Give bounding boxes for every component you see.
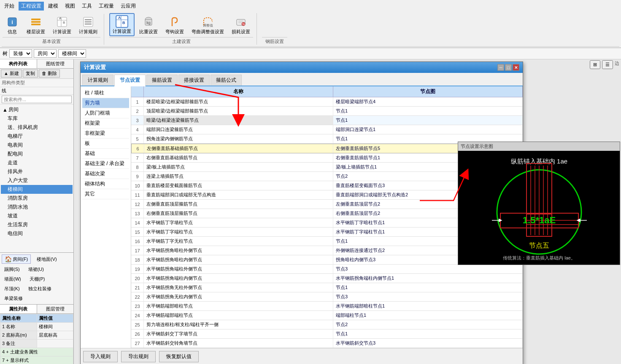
tree-item-corridor[interactable]: 走道 <box>1 158 73 167</box>
tree-item-meter-room[interactable]: 电表间 <box>1 141 73 150</box>
standalone-decoration-button[interactable]: 独立柱装修 <box>26 285 54 293</box>
menu-project-settings[interactable]: 工程设置 <box>19 2 44 11</box>
table-row-19[interactable]: 19 水平钢筋拐角端柱外侧节点 节点3 <box>131 265 523 274</box>
maximize-button[interactable]: □ <box>505 64 512 71</box>
delete-component-button[interactable]: 🗑 删除 <box>39 70 60 78</box>
step-button[interactable]: 踢脚(S) <box>2 265 22 273</box>
tree-item-fire-pump[interactable]: 消防泵房 <box>1 194 73 203</box>
restore-defaults-button[interactable]: 恢复默认值 <box>159 351 199 362</box>
grid-view-button[interactable]: ⊞ <box>590 60 600 69</box>
tree-item-ventilation[interactable]: 送、排风机房 <box>1 123 73 132</box>
tab-node-settings[interactable]: 节点设置 <box>114 75 146 86</box>
table-row-26[interactable]: 26 水平钢筋斜交丁字墙节点 节点1 <box>131 329 523 339</box>
tree-item-telecom[interactable]: 电信间 <box>1 229 73 238</box>
list-view-button[interactable]: ☰ <box>602 60 613 69</box>
bend-settings-button[interactable]: 调整值 弯曲调整值设置 <box>189 14 227 36</box>
table-row-21[interactable]: 21 水平钢筋拐角无柱外侧节点 节点1 <box>131 283 523 292</box>
tab-splice-settings[interactable]: 搭接设置 <box>178 75 210 86</box>
new-component-button[interactable]: ▲ 新建 <box>1 70 22 78</box>
prop-group-civil[interactable]: 4 + 土建业务属性 <box>0 348 73 356</box>
menu-view[interactable]: 视图 <box>62 2 78 11</box>
cat-shear-wall[interactable]: 剪力墙 <box>82 98 129 108</box>
info-button[interactable]: i 信息 <box>3 14 22 36</box>
bend-icon: 调整值 <box>201 15 215 29</box>
tree-item-garage[interactable]: 车库 <box>1 114 73 123</box>
basic-buttons: i 信息 楼层设置 AB 计算设置 <box>3 14 100 36</box>
tree-item-room-group[interactable]: ▲ 房间 <box>1 105 73 114</box>
cat-foundation-beam[interactable]: 基础主梁 / 承台梁 <box>82 159 129 169</box>
table-row-24[interactable]: 24 水平钢筋端部端柱节点 端部端柱节点1 <box>131 311 523 320</box>
close-button[interactable]: ✕ <box>513 64 519 71</box>
floor-settings-button[interactable]: 楼层设置 <box>24 14 48 36</box>
table-row-1[interactable]: 1 楼层暗梁/边框梁端部箍筋节点 楼层暗梁端部节点4 <box>131 97 523 107</box>
prop-value-1[interactable]: 楼梯间 <box>37 323 73 331</box>
table-row-20[interactable]: 20 水平钢筋拐角端柱内侧节点 水平钢筋拐角端柱内侧节点1 <box>131 274 523 283</box>
name-22: 水平钢筋拐角无柱内侧节点 <box>144 292 333 301</box>
table-row-27[interactable]: 27 水平钢筋斜交转角墙节点 水平钢筋斜交节点3 <box>131 339 523 348</box>
tab-drawing-management[interactable]: 图纸管理 <box>37 59 74 68</box>
table-row-22[interactable]: 22 水平钢筋拐角无柱内侧节点 节点3 <box>131 292 523 302</box>
table-row-3[interactable]: 3 暗梁/边框梁连梁箍筋节点 节点1 <box>131 116 523 125</box>
node-25: 节点2 <box>333 320 523 329</box>
calc-rules-button[interactable]: 计算规则 <box>76 14 100 36</box>
wall-face-button[interactable]: 墙裙(U) <box>26 265 46 273</box>
cat-col-wall[interactable]: 柱 / 墙柱 <box>82 88 129 98</box>
table-row-2[interactable]: 2 顶层暗梁/边框梁端部箍筋节点 节点1 <box>131 107 523 116</box>
copy-component-button[interactable]: 复制 <box>23 70 38 78</box>
tree-item-lobby[interactable]: 入户大堂 <box>1 176 73 185</box>
floor-V-button[interactable]: 楼地面(V) <box>34 254 59 264</box>
menu-modeling[interactable]: 建模 <box>46 2 61 11</box>
hook-settings-button[interactable]: 弯钩设置 <box>162 14 187 36</box>
cat-civil-door-frame[interactable]: 人防门框墙 <box>82 108 129 118</box>
calc-settings-button-1[interactable]: AB 计算设置 <box>50 14 74 36</box>
tree-item-staircase[interactable]: 楼梯间 <box>1 185 73 194</box>
cat-other[interactable]: 其它 <box>82 189 129 199</box>
menu-tools[interactable]: 工具 <box>79 2 94 11</box>
table-row-4[interactable]: 4 端部洞口连梁箍筋节点 端部洞口连梁节点1 <box>131 125 523 134</box>
num-25: 25 <box>131 320 144 329</box>
tab-stirrup-formula[interactable]: 箍筋公式 <box>211 75 242 86</box>
tree-item-power-room[interactable]: 配电间 <box>1 150 73 158</box>
floor-F-button[interactable]: 🏠房间(F) <box>2 254 31 264</box>
prop-value-3[interactable] <box>37 340 73 348</box>
tab-stirrup-settings[interactable]: 箍筋设置 <box>146 75 178 86</box>
cat-secondary-beam[interactable]: 基础次梁 <box>82 169 129 179</box>
import-rules-button[interactable]: 导入规则 <box>83 351 118 362</box>
minimize-button[interactable]: ─ <box>497 64 504 71</box>
tab-layer-management[interactable]: 图层管理 <box>37 305 74 313</box>
tree-item-elevator-hall[interactable]: 电梯厅 <box>1 132 73 141</box>
search-input[interactable] <box>2 96 72 103</box>
tree-item-exhaust-shaft[interactable]: 排风井 <box>1 167 73 176</box>
cat-masonry[interactable]: 砌体结构 <box>82 179 129 189</box>
tree-item-ramp[interactable]: 坡道 <box>1 211 73 220</box>
table-row-23[interactable]: 23 水平钢筋端部暗柱节点 水平钢筋端部暗柱节点1 <box>131 302 523 311</box>
prop-value-2[interactable]: 层底标高 <box>37 331 73 340</box>
menu-cloud[interactable]: 云应用 <box>118 2 138 11</box>
menu-start[interactable]: 开始 <box>2 2 17 11</box>
calc-settings-button-2[interactable]: AB 计算设置 <box>109 13 135 36</box>
prop-group-display[interactable]: 7 + 显示样式 <box>0 356 73 364</box>
ceiling-P-button[interactable]: 天棚(P) <box>27 275 48 283</box>
table-row-25[interactable]: 25 剪力墙连框柱/框支柱/端柱平齐一侧 节点2 <box>131 320 523 329</box>
suspended-K-button[interactable]: 吊顶(K) <box>2 285 22 293</box>
addr-select-3[interactable]: 楼梯间 <box>58 49 86 58</box>
cat-foundation[interactable]: 基础 <box>82 149 129 159</box>
addr-select-2[interactable]: 房间 <box>34 49 57 58</box>
tree-item-fire-pool[interactable]: 消防水池 <box>1 203 73 211</box>
wall-W-button[interactable]: 墙面(W) <box>2 275 24 283</box>
menu-quantities[interactable]: 工程量 <box>96 2 116 11</box>
export-rules-button[interactable]: 导出规则 <box>121 351 156 362</box>
cat-frame-beam[interactable]: 框架梁 <box>82 118 129 128</box>
single-beam-button[interactable]: 单梁装修 <box>2 294 72 302</box>
cat-slab[interactable]: 板 <box>82 139 129 149</box>
tab-calc-rules[interactable]: 计算规则 <box>82 75 113 86</box>
cat-non-frame-beam[interactable]: 非框架梁 <box>82 128 129 139</box>
tab-properties[interactable]: 属性列表 <box>0 305 37 313</box>
loss-settings-button[interactable]: % 损耗设置 <box>229 14 253 36</box>
view-toggle: ⊞ ☰ 边 <box>590 60 619 69</box>
dialog-titlebar[interactable]: 计算设置 ─ □ ✕ <box>81 62 523 73</box>
tab-component-list[interactable]: 构件列表 <box>0 59 37 68</box>
addr-select-1[interactable]: 装修 <box>9 49 32 58</box>
weight-settings-button[interactable]: kg 比重设置 <box>136 14 161 36</box>
tree-item-water-pump[interactable]: 生活泵房 <box>1 220 73 229</box>
